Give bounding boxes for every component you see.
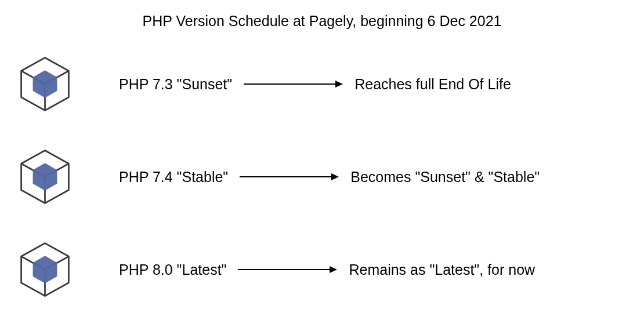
cube-icon <box>17 148 73 206</box>
row-left-label: PHP 8.0 "Latest" <box>119 261 226 278</box>
row-php80: PHP 8.0 "Latest" Remains as "Latest", fo… <box>17 241 535 299</box>
row-right-label: Reaches full End Of Life <box>354 76 511 93</box>
row-left-label: PHP 7.4 "Stable" <box>119 169 228 186</box>
row-right-label: Remains as "Latest", for now <box>349 261 535 278</box>
arrow-icon <box>238 165 340 188</box>
row-right-label: Becomes "Sunset" & "Stable" <box>350 169 540 186</box>
arrow-icon <box>237 258 338 281</box>
svg-marker-29 <box>330 266 337 273</box>
arrow-icon <box>243 72 344 96</box>
row-php74: PHP 7.4 "Stable" Becomes "Sunset" & "Sta… <box>17 148 540 206</box>
row-php73: PHP 7.3 "Sunset" Reaches full End Of Lif… <box>17 55 511 113</box>
svg-marker-19 <box>331 173 339 180</box>
diagram-title: PHP Version Schedule at Pagely, beginnin… <box>0 13 644 30</box>
cube-icon <box>17 55 73 113</box>
cube-icon <box>17 241 73 299</box>
row-left-label: PHP 7.3 "Sunset" <box>119 76 232 93</box>
svg-marker-9 <box>335 81 343 88</box>
